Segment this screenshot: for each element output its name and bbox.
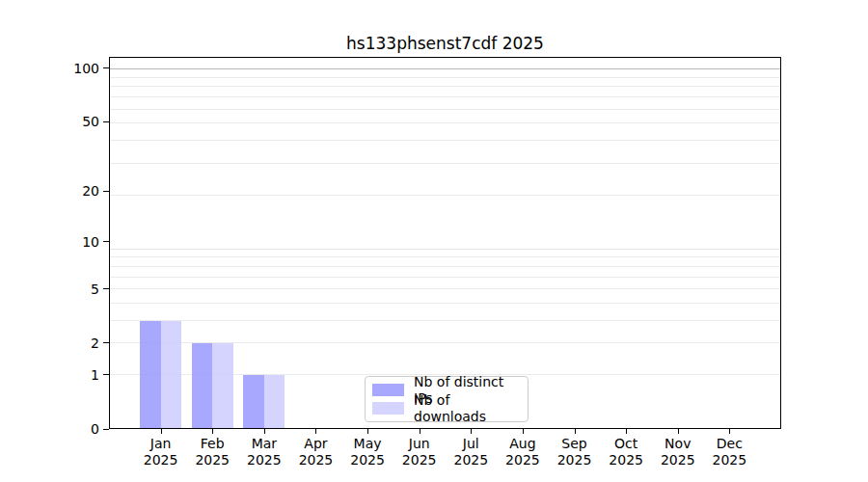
x-tick-mark [315, 429, 316, 434]
gridline [110, 140, 780, 141]
bar [243, 375, 263, 428]
gridline [110, 256, 780, 257]
x-tick-mark [212, 429, 213, 434]
bar [192, 343, 212, 428]
x-tick-mark [161, 429, 162, 434]
x-tick-mark [471, 429, 472, 434]
x-tick-mark [729, 429, 730, 434]
gridline [110, 303, 780, 304]
y-tick-label: 100 [57, 61, 99, 76]
gridline [110, 266, 780, 267]
figure: hs133phsenst7cdf 2025 Nb of distinct IPs… [0, 0, 868, 482]
gridline [110, 195, 780, 196]
y-tick-label: 5 [57, 281, 99, 297]
x-tick-mark [523, 429, 524, 434]
y-tick-mark [103, 67, 109, 68]
y-tick-mark [103, 374, 109, 375]
gridline [110, 320, 780, 321]
gridline [110, 96, 780, 97]
y-tick-mark [103, 342, 109, 343]
y-tick-mark [103, 429, 109, 430]
legend-item: Nb of downloads [372, 399, 520, 417]
bar [140, 321, 160, 428]
gridline [110, 77, 780, 78]
x-tick-mark [678, 429, 679, 434]
bar [212, 343, 232, 428]
y-tick-mark [103, 241, 109, 242]
x-tick-mark [626, 429, 627, 434]
y-tick-mark [103, 191, 109, 192]
y-tick-label: 2 [57, 335, 99, 351]
x-tick-mark [420, 429, 420, 434]
gridline [110, 163, 780, 164]
x-tick-label: Dec 2025 [698, 436, 760, 469]
y-tick-mark [103, 121, 109, 122]
bar [264, 375, 285, 428]
legend-swatch-nb-of-distinct-ips [372, 384, 404, 396]
x-tick-mark [367, 429, 368, 434]
y-tick-label: 50 [57, 114, 99, 129]
gridline [110, 68, 780, 69]
gridline [110, 109, 780, 110]
legend-label: Nb of downloads [414, 392, 520, 425]
legend-swatch-nb-of-downloads [372, 402, 404, 415]
chart-title: hs133phsenst7cdf 2025 [109, 34, 781, 53]
gridline [110, 86, 780, 87]
x-tick-mark [575, 429, 576, 434]
gridline [110, 122, 780, 123]
gridline [110, 277, 780, 278]
x-tick-mark [264, 429, 265, 434]
y-tick-label: 1 [57, 367, 99, 383]
gridline [110, 249, 780, 250]
bar [161, 321, 181, 428]
gridline [110, 288, 780, 289]
y-tick-label: 20 [57, 183, 99, 199]
y-tick-label: 0 [57, 421, 99, 437]
y-tick-label: 10 [57, 234, 99, 250]
legend: Nb of distinct IPsNb of downloads [365, 376, 529, 422]
y-tick-mark [103, 288, 109, 289]
